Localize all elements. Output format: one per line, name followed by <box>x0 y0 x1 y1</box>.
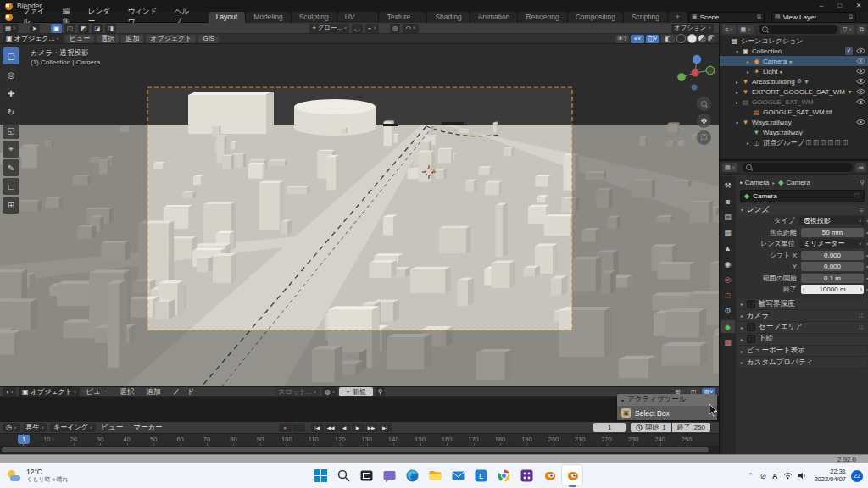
visibility-eye-icon[interactable] <box>856 119 865 125</box>
breadcrumb-data[interactable]: Camera <box>786 179 810 186</box>
selection-mode-intersect[interactable]: ◨ <box>105 24 116 33</box>
outliner-row[interactable]: ▤GOOGLE_SAT_WM.tif <box>720 107 868 117</box>
wifi-icon[interactable] <box>783 472 793 480</box>
workspace-tab-modeling[interactable]: Modeling <box>246 12 292 23</box>
clock-widget[interactable]: 22:31 2022/04/07 <box>814 469 846 483</box>
shading-solid-icon[interactable] <box>687 34 697 43</box>
active-tool-row[interactable]: ▣ Select Box <box>617 406 717 420</box>
taskbar-icon-grid-app[interactable] <box>516 465 537 485</box>
xray-toggle[interactable]: ◧ <box>661 35 675 43</box>
maximize-button[interactable]: □ <box>831 0 849 12</box>
breadcrumb-object[interactable]: Camera <box>745 179 769 186</box>
shader-menu-item[interactable]: ビュー <box>80 387 114 397</box>
pan-tool-icon[interactable]: ✥ <box>697 114 711 128</box>
expand-arrow-icon[interactable]: ▸ <box>733 79 741 85</box>
outliner-row[interactable]: ▸◆Camera● <box>720 56 868 66</box>
increment-arrow-icon[interactable]: › <box>860 286 862 292</box>
display-mode-dropdown[interactable]: ≡˅ <box>722 25 736 34</box>
properties-tab-tool[interactable]: ⚒ <box>721 180 735 192</box>
visibility-eye-icon[interactable] <box>856 98 865 105</box>
properties-tab-scene[interactable]: ▲ <box>721 242 735 255</box>
timeline-scrollbar[interactable] <box>0 446 719 454</box>
auto-keyframe-button[interactable]: ● <box>279 423 292 432</box>
navigation-gizmo[interactable] <box>673 51 719 95</box>
properties-tab-physics[interactable]: ◎ <box>721 274 735 286</box>
expand-arrow-icon[interactable]: ▾ <box>733 48 741 54</box>
current-frame-field[interactable]: 1 <box>593 423 626 432</box>
selection-mode-new[interactable]: ▣ <box>51 24 62 33</box>
viewport-menu-item[interactable]: 追加 <box>121 35 143 43</box>
playback-play-button[interactable]: ▶ <box>352 423 364 432</box>
shader-editor-type-button[interactable]: ◑˅ <box>3 387 16 396</box>
outliner-row[interactable]: ▸◫頂点グループ◫◫◫◫◫◫ <box>720 137 868 147</box>
cursor-tool-icon[interactable]: ◎ <box>3 66 19 83</box>
playback-next-keyframe-button[interactable]: ▶▶ <box>365 423 378 432</box>
viewport-menu-item[interactable]: ビュー <box>65 35 94 43</box>
workspace-tab-shading[interactable]: Shading <box>427 12 470 23</box>
close-button[interactable]: ✕ <box>849 0 868 12</box>
annotate-tool-icon[interactable]: ✎ <box>3 159 19 176</box>
current-frame-badge[interactable]: 1 <box>18 435 30 444</box>
taskbar-icon-search[interactable] <box>333 465 353 485</box>
selection-mode-subtract[interactable]: ◩ <box>78 24 89 33</box>
new-view-layer-icon[interactable]: ⧉ <box>849 14 853 20</box>
scene-selector[interactable]: ▣ Scene ⧉ <box>688 12 765 23</box>
minimize-button[interactable]: – <box>812 0 831 12</box>
measure-tool-icon[interactable]: ∟ <box>3 178 19 195</box>
rotate-tool-icon[interactable]: ↻ <box>3 103 19 120</box>
properties-search-input[interactable] <box>743 163 853 172</box>
timeline-editor-type-button[interactable]: ◷˅ <box>3 423 20 432</box>
expand-arrow-icon[interactable]: ▸ <box>744 140 752 146</box>
viewport-3d[interactable]: カメラ・透視投影 (1) Collection | Camera ▢◎✚↻◱⌖✎… <box>0 44 719 386</box>
mode-dropdown[interactable]: ▣ オブジェク...˅ <box>3 34 63 43</box>
scrollbar-handle[interactable] <box>2 447 709 452</box>
timeline-menu-item[interactable]: ビュー <box>96 423 128 433</box>
collection-checkbox-icon[interactable]: ✓ <box>844 47 854 56</box>
property-value-field[interactable]: 50 mm <box>801 228 864 237</box>
notification-badge[interactable]: 22 <box>851 470 863 482</box>
outliner-row[interactable]: ▼Ways:railway <box>720 127 868 137</box>
outliner-row[interactable]: ▾▣Collection✓ <box>720 46 868 56</box>
outliner-row[interactable]: ▾▼Ways:railway <box>720 117 868 127</box>
shading-rendered-icon[interactable] <box>708 35 715 42</box>
visibility-eye-icon[interactable] <box>856 47 865 54</box>
scale-tool-icon[interactable]: ◱ <box>3 122 19 139</box>
properties-tab-view-layer[interactable]: ▦ <box>721 226 735 239</box>
camera-view-icon[interactable]: ⏍ <box>697 130 711 145</box>
workspace-tab-animation[interactable]: Animation <box>470 12 519 23</box>
network-status-icon[interactable]: ⊘ <box>760 472 766 480</box>
section-下絵[interactable]: ▸ 下絵 <box>737 334 867 346</box>
expand-arrow-icon[interactable]: ▸ <box>741 301 743 307</box>
snap-target-dropdown[interactable]: ⌁˅ <box>365 24 379 33</box>
section-カメラ[interactable]: ▸ カメラ⁞⁞ <box>737 310 867 322</box>
move-tool-icon[interactable]: ✚ <box>3 85 19 102</box>
filter-id-dropdown[interactable]: ▦˅ <box>738 25 754 34</box>
properties-tab-object[interactable]: □ <box>721 289 735 302</box>
visibility-eye-icon[interactable] <box>856 78 865 85</box>
visibility-filter-dropdown[interactable]: 👁? <box>615 35 629 43</box>
outliner-search-input[interactable] <box>759 25 837 34</box>
workspace-tab-scripting[interactable]: Scripting <box>624 12 668 23</box>
slot-dropdown[interactable]: スロット...˅ <box>275 387 320 396</box>
keying-dropdown[interactable]: キーイング˅ <box>50 423 96 432</box>
visibility-eye-icon[interactable] <box>856 88 865 95</box>
frame-end-field[interactable]: 終了250 <box>672 423 710 432</box>
shader-mode-dropdown[interactable]: ▣ オブジェクト˅ <box>19 387 80 396</box>
workspace-tab-layout[interactable]: Layout <box>209 12 247 23</box>
section-menu-icon[interactable]: ⁞⁞ <box>859 324 864 330</box>
new-collection-button[interactable]: ⧉ <box>857 25 866 34</box>
new-scene-icon[interactable]: ⧉ <box>757 14 761 20</box>
selection-mode-invert[interactable]: ◪ <box>92 24 103 33</box>
taskbar-icon-edge[interactable] <box>402 465 422 485</box>
camera-name-field[interactable]: ◆ Camera ♡ <box>740 190 865 202</box>
scene-canvas[interactable] <box>0 44 719 386</box>
pin-icon[interactable]: ⚲ <box>860 179 865 186</box>
property-value-field[interactable]: 0.1 m <box>801 274 864 283</box>
active-tool-panel-header[interactable]: ▾ アクティブツール <box>617 394 717 406</box>
taskbar-icon-explorer[interactable] <box>425 465 445 485</box>
property-value-field[interactable]: ‹10000 m› <box>801 285 864 294</box>
properties-tab-modifiers[interactable]: ⚙ <box>721 305 735 318</box>
shading-material-icon[interactable] <box>698 35 706 42</box>
fake-user-icon[interactable]: ♡ <box>854 192 860 200</box>
workspace-tab-sculpting[interactable]: Sculpting <box>292 12 337 23</box>
